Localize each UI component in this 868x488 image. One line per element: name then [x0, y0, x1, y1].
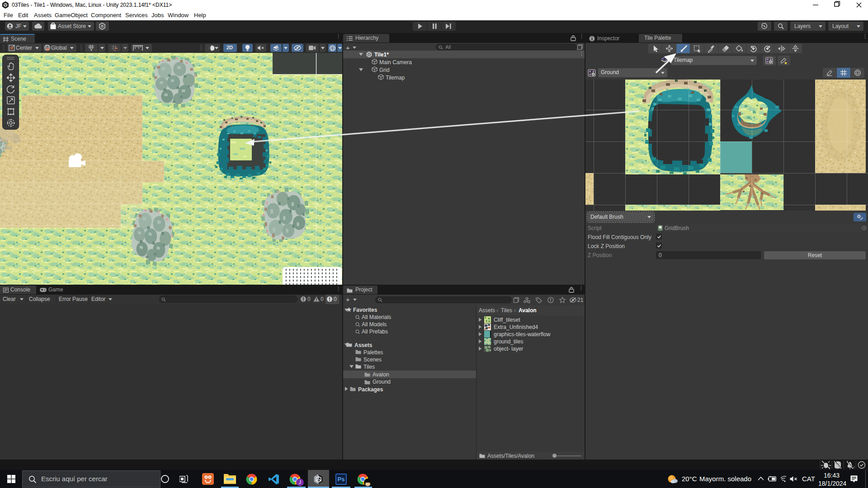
- svg-text:Y: Y: [90, 48, 93, 52]
